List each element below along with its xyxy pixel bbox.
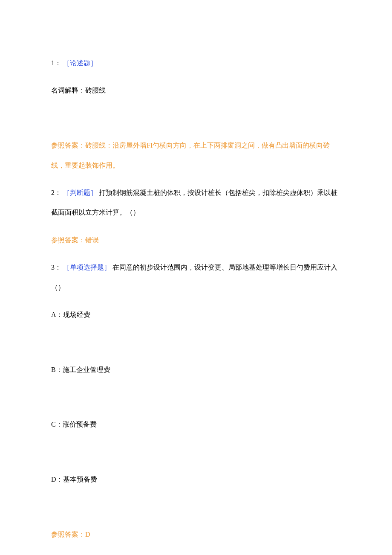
question-1-header: 1： ［论述题］ bbox=[51, 53, 341, 73]
question-2: 2： ［判断题］ 打预制钢筋混凝土桩的体积，按设计桩长（包括桩尖，扣除桩尖虚体积… bbox=[51, 183, 341, 250]
spacer bbox=[51, 387, 341, 407]
question-2-number: 2： bbox=[51, 189, 61, 196]
question-3-option-a: A：现场经费 bbox=[51, 305, 341, 325]
question-3-option-c: C：涨价预备费 bbox=[51, 415, 341, 434]
question-3-line: 3： ［单项选择题］ 在同意的初步设计范围内，设计变更、局部地基处理等增长日勺费… bbox=[51, 258, 341, 297]
question-1-body: 名词解释：砖腰线 bbox=[51, 81, 341, 100]
question-3-option-b: B：施工企业管理费 bbox=[51, 360, 341, 380]
question-3-answer: 参照答案：D bbox=[51, 525, 341, 544]
question-1-answer: 参照答案：砖腰线：沿房屋外墙FI勺横向方向，在上下两排窗洞之间，做有凸出墙面的横… bbox=[51, 136, 341, 175]
question-1: 1： ［论述题］ 名词解释：砖腰线 参照答案：砖腰线：沿房屋外墙FI勺横向方向，… bbox=[51, 53, 341, 175]
spacer bbox=[51, 442, 341, 462]
question-3-number: 3： bbox=[51, 264, 61, 271]
question-1-type: ［论述题］ bbox=[63, 59, 97, 67]
question-3: 3： ［单项选择题］ 在同意的初步设计范围内，设计变更、局部地基处理等增长日勺费… bbox=[51, 258, 341, 544]
spacer bbox=[51, 332, 341, 352]
question-1-number: 1： bbox=[51, 59, 61, 67]
spacer bbox=[51, 497, 341, 517]
document-page: 1： ［论述题］ 名词解释：砖腰线 参照答案：砖腰线：沿房屋外墙FI勺横向方向，… bbox=[0, 0, 392, 555]
question-2-line: 2： ［判断题］ 打预制钢筋混凝土桩的体积，按设计桩长（包括桩尖，扣除桩尖虚体积… bbox=[51, 183, 341, 223]
spacer bbox=[51, 108, 341, 128]
question-3-type: ［单项选择题］ bbox=[63, 264, 111, 271]
question-2-answer: 参照答案：错误 bbox=[51, 230, 341, 250]
question-3-option-d: D：基本预备费 bbox=[51, 470, 341, 489]
question-2-type: ［判断题］ bbox=[63, 189, 97, 196]
